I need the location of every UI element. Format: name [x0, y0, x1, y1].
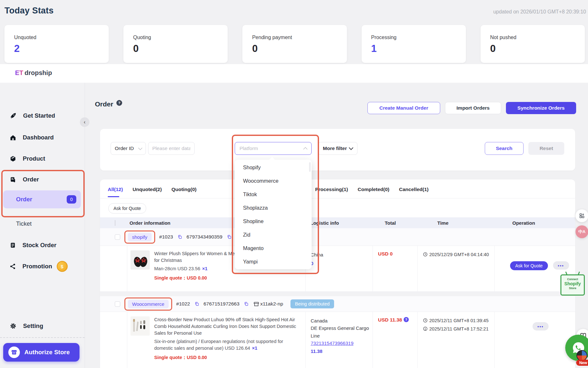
- platform-select-placeholder: Platform: [239, 146, 258, 151]
- more-filter-label: More filter: [323, 146, 347, 151]
- order-product-row: Cross-Border New Product Luhuo 90% off S…: [100, 312, 575, 368]
- sidebar-collapse-button[interactable]: ‹: [80, 117, 89, 127]
- order-id-select[interactable]: Order ID: [111, 142, 146, 155]
- sidebar-item-get-started[interactable]: Get Started: [10, 111, 55, 121]
- order-doc-icon: [10, 176, 16, 183]
- product-variant: Man-28cm USD 23.56: [154, 266, 200, 271]
- external-order-id: 6797343490359: [187, 234, 223, 240]
- row-checkbox[interactable]: [115, 234, 120, 240]
- order-meta-row: shopify #1023 6797343490359: [100, 228, 575, 246]
- stat-card-pending-payment: Pending payment 0: [242, 25, 347, 63]
- stats-title: Today Stats: [4, 6, 54, 16]
- connect-line: Connect: [561, 278, 584, 281]
- stat-label: Processing: [371, 35, 466, 40]
- logistic-amount: 11.38: [311, 347, 370, 355]
- stat-card-quoting: Quoting 0: [123, 25, 228, 63]
- col-operation: Operation: [494, 220, 575, 226]
- platform-option-shoplazza[interactable]: Shoplazza: [235, 201, 312, 214]
- create-manual-order-button[interactable]: Create Manual Order: [367, 102, 440, 114]
- more-actions-button[interactable]: •••: [553, 261, 569, 270]
- stat-card-not-pushed: Not pushed 0: [481, 25, 585, 63]
- search-button[interactable]: Search: [485, 142, 524, 155]
- total-help-icon[interactable]: ?: [404, 317, 409, 322]
- order-id-select-value: Order ID: [115, 146, 134, 151]
- sidebar-item-setting[interactable]: Setting: [10, 321, 43, 331]
- tab-processing[interactable]: Processing(1): [315, 187, 348, 192]
- select-all-checkbox[interactable]: [115, 220, 115, 226]
- platform-option-magento[interactable]: Magento: [235, 241, 312, 255]
- sidebar-label: Setting: [23, 322, 43, 330]
- filter-value-input[interactable]: [148, 142, 195, 155]
- tab-unquoted[interactable]: Unquoted(2): [132, 187, 162, 192]
- sidebar-label: Dashboard: [23, 134, 54, 141]
- authorize-store-button[interactable]: Authorize Store: [3, 343, 80, 362]
- tracking-number-link[interactable]: 7321315473966319: [311, 339, 370, 347]
- app-logo: ETdropship: [15, 69, 52, 77]
- tab-quoting[interactable]: Quoting(0): [172, 187, 197, 192]
- external-order-id: 6767151972663: [204, 301, 239, 307]
- copy-icon[interactable]: [194, 301, 199, 306]
- clock-icon: [423, 318, 428, 325]
- copy-icon[interactable]: [244, 301, 249, 306]
- order-time: 2025/12/29 GMT+8 04:14:40: [429, 252, 489, 257]
- platform-tag: shopify: [128, 233, 152, 241]
- order-number: #1022: [176, 301, 190, 307]
- platform-option-shopify[interactable]: Shopify: [235, 161, 312, 174]
- product-thumbnail-curling-iron: [130, 316, 150, 336]
- order-count-badge: 0: [67, 195, 76, 204]
- filter-card: Order ID Platform More filter Search Res…: [100, 129, 575, 171]
- ask-for-quote-button[interactable]: Ask for Quote: [510, 261, 548, 270]
- chevron-down-icon: [349, 146, 353, 150]
- tab-completed[interactable]: Completed(0): [358, 187, 390, 192]
- more-actions-button[interactable]: •••: [533, 322, 549, 330]
- browser-new-icon[interactable]: [576, 350, 587, 361]
- platform-select[interactable]: Platform: [235, 142, 312, 155]
- reset-button[interactable]: Reset: [528, 142, 564, 155]
- col-total: Total: [373, 220, 417, 226]
- sidebar-item-promotion[interactable]: Promotion $: [10, 262, 68, 271]
- sidebar-item-product[interactable]: Product: [10, 154, 45, 163]
- synchronize-orders-button[interactable]: Synchronize Orders: [506, 102, 576, 114]
- order-time: 2025/12/11 GMT+8 17:52:21: [429, 326, 489, 331]
- row-checkbox[interactable]: [115, 301, 120, 307]
- platform-option-tiktok[interactable]: Tiktok: [235, 188, 312, 201]
- sidebar-subitem-order[interactable]: Order 0: [3, 190, 81, 208]
- widgets-launcher-button[interactable]: [575, 209, 588, 222]
- platform-option-yampi[interactable]: Yampi: [235, 255, 312, 268]
- platform-dropdown: Shopify Woocommerce Tiktok Shoplazza Sho…: [235, 160, 312, 269]
- chevron-down-icon: [138, 146, 142, 150]
- annotation-box-shopify-tag: shopify: [124, 230, 155, 244]
- tab-cancelled[interactable]: Cancelled(1): [399, 187, 429, 192]
- clipboard-icon: [10, 242, 16, 248]
- sidebar-item-stock-order[interactable]: Stock Order: [10, 240, 56, 250]
- platform-option-shopline[interactable]: Shopline: [235, 214, 312, 228]
- tab-all[interactable]: All(12): [108, 187, 123, 192]
- annotation-box-woocommerce-tag: Woocommerce: [124, 297, 172, 311]
- dropdown-scrollbar[interactable]: [309, 162, 311, 172]
- help-icon[interactable]: ?: [116, 100, 122, 106]
- more-filter-button[interactable]: More filter: [318, 142, 357, 155]
- import-orders-button[interactable]: Import Orders: [445, 102, 501, 114]
- single-quote-value: USD 0.00: [187, 275, 207, 280]
- sidebar-item-order[interactable]: Order: [10, 175, 39, 184]
- connect-shopify-store-badge[interactable]: Connect Shopify Store: [560, 274, 585, 296]
- sidebar-item-dashboard[interactable]: Dashboard: [10, 133, 54, 142]
- stat-value: 2: [14, 43, 109, 54]
- platform-option-woocommerce[interactable]: Woocommerce: [235, 174, 312, 188]
- stats-updated: updated on 2026/01/10 GMT+8 20:39:10: [493, 9, 586, 15]
- order-number: #1023: [159, 234, 173, 240]
- ask-for-quote-filter-button[interactable]: Ask for Quote: [108, 203, 146, 213]
- sidebar-label: Order: [23, 176, 39, 183]
- sidebar-label: Promotion: [22, 263, 52, 270]
- copy-icon[interactable]: [227, 234, 232, 239]
- translate-button[interactable]: 中A: [575, 225, 588, 238]
- copy-icon[interactable]: [177, 234, 182, 239]
- platform-option-zid[interactable]: Zid: [235, 228, 312, 241]
- chevron-up-icon: [303, 147, 307, 151]
- active-tab-underline: [108, 196, 119, 197]
- connect-line: Shopify: [561, 281, 584, 286]
- sidebar-item-ticket[interactable]: Ticket: [16, 219, 32, 229]
- stat-value: 0: [133, 43, 228, 54]
- group-separator: [100, 292, 575, 296]
- main-content: Order ? Create Manual Order Import Order…: [85, 83, 588, 368]
